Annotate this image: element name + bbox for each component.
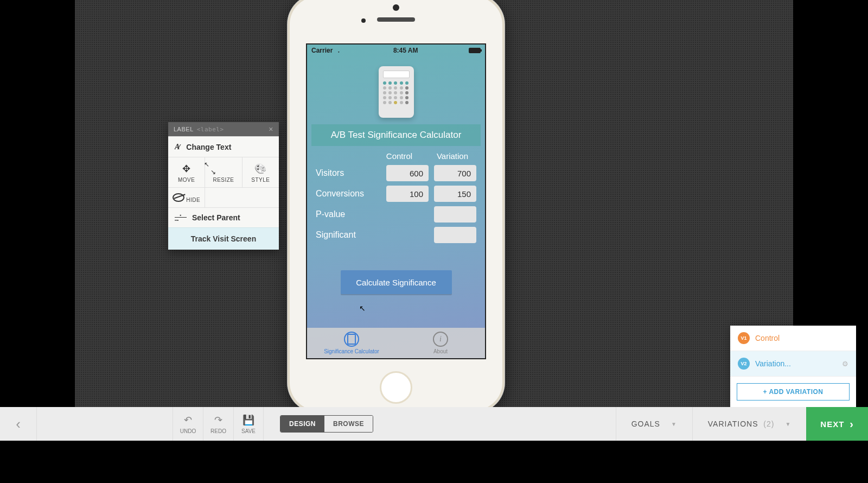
bottom-toolbar: ‹ ↶ UNDO ↷ REDO 💾 SAVE DESIGN BROWSE GOA… [0,407,868,441]
row-significant-label: Significant [316,230,429,240]
conversions-variation-input[interactable]: 150 [434,186,476,202]
gear-icon[interactable]: ⚙ [842,360,848,368]
significant-output [434,227,476,243]
calculate-button[interactable]: Calculate Significance [341,270,452,294]
move-tool[interactable]: MOVE [168,157,205,187]
row-visitors-label: Visitors [316,168,381,178]
redo-icon: ↷ [214,414,222,426]
panel-header[interactable]: LABEL <label> × [168,122,279,136]
undo-button[interactable]: ↶ UNDO [173,407,203,441]
undo-icon: ↶ [184,414,192,426]
variations-popup: V1 Control V2 Variation... ⚙ + ADD VARIA… [730,326,856,407]
variation-control[interactable]: V1 Control [730,326,856,351]
device-camera [393,4,399,11]
wifi-icon [333,47,342,54]
editor-stage: Carrier 8:45 AM A/B Test Significance Ca… [0,0,868,483]
device-sensor [361,18,366,23]
conversions-control-input[interactable]: 100 [386,186,429,202]
time-label: 8:45 AM [393,47,418,54]
change-text-action[interactable]: Change Text [168,136,279,157]
variation-badge-v1: V1 [738,332,750,344]
chevron-left-icon: ‹ [16,416,21,433]
mode-segment: DESIGN BROWSE [280,415,373,433]
save-button[interactable]: 💾 SAVE [233,407,264,441]
close-icon[interactable]: × [269,125,273,133]
hide-icon [173,197,184,203]
status-bar: Carrier 8:45 AM [307,45,485,56]
goals-dropdown[interactable]: GOALS ▼ [616,407,692,441]
redo-button[interactable]: ↷ REDO [203,407,233,441]
track-visit-action[interactable]: Track Visit Screen [168,227,279,250]
add-variation-button[interactable]: + ADD VARIATION [737,383,850,401]
variation-v2[interactable]: V2 Variation... ⚙ [730,351,856,377]
carrier-label: Carrier [311,47,342,54]
row-conversions-label: Conversions [316,189,381,199]
element-context-panel: LABEL <label> × Change Text MOVE RESIZE … [168,122,279,250]
palette-icon [242,163,279,174]
panel-element-tag: <label> [197,126,224,133]
device-speaker [377,17,415,22]
save-icon: 💾 [242,414,254,426]
resize-tool[interactable]: RESIZE [205,157,242,187]
status-right [469,48,481,53]
resize-icon [205,163,215,174]
variations-dropdown[interactable]: VARIATIONS (2) ▼ [692,407,807,441]
style-tool[interactable]: STYLE [242,157,279,187]
variation-v2-label: Variation... [755,359,791,368]
row-pvalue-label: P-value [316,209,429,219]
app-title[interactable]: A/B Test Significance Calculator [311,124,481,146]
back-button[interactable]: ‹ [0,407,37,441]
panel-title: LABEL [174,126,194,132]
col-variation-header: Variation [429,151,476,161]
input-form: Control Variation Visitors 600 700 Conve… [307,146,485,243]
info-icon: i [433,332,448,347]
variation-badge-v2: V2 [738,358,750,370]
device-frame: Carrier 8:45 AM A/B Test Significance Ca… [288,0,505,412]
calculator-icon [379,66,414,118]
select-parent-action[interactable]: Select Parent [168,207,279,227]
battery-icon [469,48,481,53]
next-button[interactable]: NEXT › [806,407,868,441]
col-control-header: Control [375,151,423,161]
device-screen[interactable]: Carrier 8:45 AM A/B Test Significance Ca… [306,43,486,359]
hide-tool[interactable]: HIDE [168,188,205,207]
chevron-down-icon: ▼ [785,421,791,427]
variation-control-label: Control [755,334,780,342]
calculator-tab-icon [344,332,359,347]
hierarchy-icon [175,214,187,222]
chevron-right-icon: › [850,418,854,430]
visitors-control-input[interactable]: 600 [386,165,429,181]
video-bottom-bar [0,441,868,483]
tab-about[interactable]: i About [396,328,485,358]
browse-tab[interactable]: BROWSE [324,416,373,432]
tab-bar: Significance Calculator i About [307,328,485,358]
text-icon [175,142,181,151]
design-tab[interactable]: DESIGN [280,416,324,432]
visitors-variation-input[interactable]: 700 [434,165,476,181]
move-icon [168,163,205,174]
tab-significance-calculator[interactable]: Significance Calculator [307,328,396,358]
cursor-icon: ↖ [359,304,366,313]
chevron-down-icon: ▼ [671,421,677,427]
pvalue-output [434,206,476,223]
home-button[interactable] [380,371,412,404]
